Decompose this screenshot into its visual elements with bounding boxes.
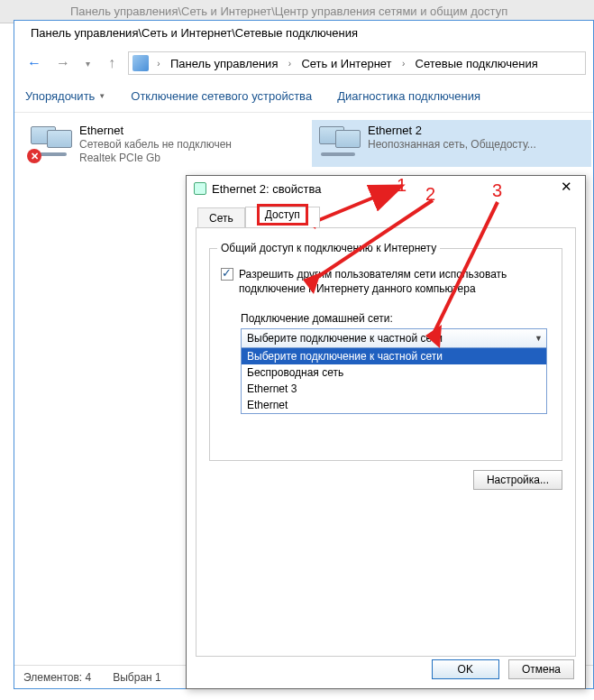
combo-option[interactable]: Беспроводная сеть — [242, 364, 546, 381]
status-selected-count: Выбран 1 — [113, 671, 160, 684]
disable-device-button[interactable]: Отключение сетевого устройства — [131, 89, 312, 103]
tab-strip: Сеть Доступ — [197, 207, 585, 227]
combo-option[interactable]: Ethernet — [242, 397, 546, 413]
nav-up-button[interactable]: ↑ — [99, 51, 124, 76]
organize-menu[interactable]: Упорядочить ▼ — [25, 89, 105, 103]
allow-sharing-label: Разрешить другим пользователям сети испо… — [239, 267, 551, 296]
close-button[interactable]: ✕ — [554, 179, 578, 198]
groupbox-label: Общий доступ к подключению к Интернету — [217, 242, 440, 254]
window-title: Панель управления\Сеть и Интернет\Сетевы… — [14, 21, 593, 46]
connection-adapter: Realtek PCIe Gb — [79, 152, 232, 164]
breadcrumb-network-internet[interactable]: Сеть и Интернет — [299, 57, 393, 70]
nav-forward-button[interactable]: → — [50, 51, 76, 76]
connection-status: Сетевой кабель не подключен — [79, 138, 232, 151]
address-bar[interactable]: › Панель управления › Сеть и Интернет › … — [128, 51, 586, 75]
tab-network[interactable]: Сеть — [197, 207, 245, 228]
diagnose-button[interactable]: Диагностика подключения — [337, 89, 480, 103]
cancel-button[interactable]: Отмена — [508, 659, 574, 679]
tab-panel: Общий доступ к подключению к Интернету Р… — [196, 227, 576, 657]
breadcrumb-control-panel[interactable]: Панель управления — [169, 57, 279, 70]
error-x-icon: ✕ — [27, 149, 41, 163]
navigation-bar: ← → ▾ ↑ › Панель управления › Сеть и Инт… — [14, 46, 593, 80]
connection-status: Неопознанная сеть, Общедосту... — [368, 138, 536, 151]
network-folder-icon — [133, 55, 149, 71]
allow-control-checkbox[interactable] — [221, 426, 233, 438]
settings-button[interactable]: Настройка... — [473, 470, 562, 490]
chevron-right-icon[interactable]: › — [152, 59, 165, 69]
properties-dialog: Ethernet 2: свойства ✕ Сеть Доступ Общий… — [186, 175, 586, 689]
combo-dropdown-list: Выберите подключение к частной сети Бесп… — [241, 348, 547, 414]
ok-button[interactable]: OK — [432, 659, 499, 679]
connection-item-ethernet2[interactable]: Ethernet 2 Неопознанная сеть, Общедосту.… — [312, 120, 591, 167]
network-adapter-icon: ✕ — [27, 124, 72, 163]
home-network-label: Подключение домашней сети: — [241, 312, 551, 325]
nav-history-dropdown[interactable]: ▾ — [79, 59, 96, 69]
nav-back-button[interactable]: ← — [22, 51, 47, 76]
organize-label: Упорядочить — [25, 89, 95, 103]
combo-option[interactable]: Ethernet 3 — [242, 381, 546, 397]
tab-sharing[interactable]: Доступ — [245, 207, 320, 227]
combo-selected-text: Выберите подключение к частной сети — [247, 332, 443, 345]
connection-name: Ethernet — [79, 124, 232, 137]
connection-item-ethernet[interactable]: ✕ Ethernet Сетевой кабель не подключен R… — [23, 120, 303, 168]
tab-sharing-label: Доступ — [257, 204, 308, 226]
dialog-buttons: OK Отмена — [432, 659, 574, 679]
allow-sharing-checkbox[interactable] — [221, 268, 233, 281]
combo-option[interactable]: Выберите подключение к частной сети — [242, 348, 546, 364]
dialog-titlebar: Ethernet 2: свойства ✕ — [187, 176, 585, 201]
breadcrumb-connections[interactable]: Сетевые подключения — [414, 57, 540, 70]
home-network-combo[interactable]: Выберите подключение к частной сети ▼ — [241, 328, 547, 348]
chevron-down-icon: ▼ — [535, 334, 543, 343]
allow-sharing-row: Разрешить другим пользователям сети испо… — [221, 267, 551, 296]
toolbar: Упорядочить ▼ Отключение сетевого устрой… — [14, 80, 593, 113]
chevron-right-icon[interactable]: › — [398, 59, 410, 69]
dialog-title: Ethernet 2: свойства — [212, 182, 549, 196]
network-adapter-icon — [315, 124, 361, 163]
adapter-properties-icon — [194, 182, 206, 195]
allow-control-row — [221, 425, 551, 438]
chevron-down-icon: ▼ — [98, 92, 105, 100]
connection-name: Ethernet 2 — [368, 124, 536, 137]
sharing-groupbox: Общий доступ к подключению к Интернету Р… — [209, 248, 562, 461]
status-element-count: Элементов: 4 — [23, 671, 91, 684]
chevron-right-icon[interactable]: › — [283, 59, 296, 69]
